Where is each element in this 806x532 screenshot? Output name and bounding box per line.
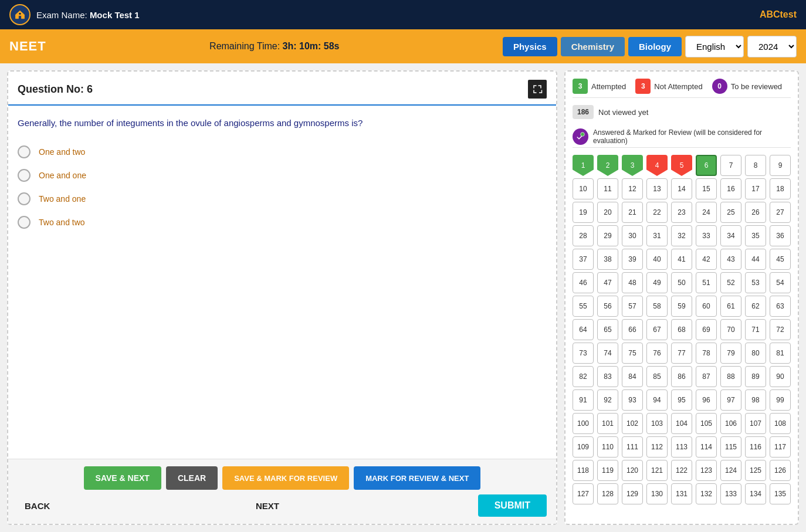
mark-next-button[interactable]: MARK FOR REVIEW & NEXT <box>354 466 480 490</box>
question-grid-btn-31[interactable]: 31 <box>646 225 668 246</box>
question-grid-btn-94[interactable]: 94 <box>646 389 668 411</box>
question-grid-btn-78[interactable]: 78 <box>696 343 717 364</box>
save-mark-button[interactable]: SAVE & MARK FOR REVIEW <box>222 466 349 490</box>
option-1[interactable]: One and two <box>18 145 547 158</box>
question-grid-btn-124[interactable]: 124 <box>720 460 741 481</box>
question-grid-btn-113[interactable]: 113 <box>671 436 692 458</box>
question-grid-btn-53[interactable]: 53 <box>745 272 766 293</box>
question-grid-btn-76[interactable]: 76 <box>646 343 668 364</box>
question-grid-btn-108[interactable]: 108 <box>770 413 791 434</box>
question-grid-btn-41[interactable]: 41 <box>671 249 692 270</box>
question-grid-btn-15[interactable]: 15 <box>696 178 717 199</box>
question-grid-btn-119[interactable]: 119 <box>597 460 618 481</box>
question-grid-btn-73[interactable]: 73 <box>573 343 594 364</box>
question-grid-btn-115[interactable]: 115 <box>720 436 741 458</box>
question-grid-btn-84[interactable]: 84 <box>622 366 643 387</box>
question-grid-btn-44[interactable]: 44 <box>745 249 766 270</box>
question-grid-btn-79[interactable]: 79 <box>720 343 741 364</box>
radio-option-4[interactable] <box>18 216 31 229</box>
language-select[interactable]: English <box>685 36 744 57</box>
question-grid-btn-102[interactable]: 102 <box>622 413 643 434</box>
question-grid-btn-17[interactable]: 17 <box>745 178 766 199</box>
question-grid-btn-110[interactable]: 110 <box>597 436 618 458</box>
option-2[interactable]: One and one <box>18 169 547 182</box>
question-grid-btn-106[interactable]: 106 <box>720 413 741 434</box>
question-grid-btn-91[interactable]: 91 <box>573 389 594 411</box>
question-grid-btn-69[interactable]: 69 <box>696 319 717 340</box>
question-grid-btn-120[interactable]: 120 <box>622 460 643 481</box>
question-grid-btn-111[interactable]: 111 <box>622 436 643 458</box>
question-grid-btn-132[interactable]: 132 <box>696 483 717 504</box>
question-grid-btn-1[interactable]: 1 <box>573 155 594 176</box>
question-grid-btn-109[interactable]: 109 <box>573 436 594 458</box>
question-grid-btn-81[interactable]: 81 <box>770 343 791 364</box>
question-grid-btn-128[interactable]: 128 <box>597 483 618 504</box>
question-grid-btn-92[interactable]: 92 <box>597 389 618 411</box>
question-grid-btn-74[interactable]: 74 <box>597 343 618 364</box>
subject-physics-button[interactable]: Physics <box>503 37 557 56</box>
question-grid-btn-62[interactable]: 62 <box>745 296 766 317</box>
question-grid-btn-5[interactable]: 5 <box>671 155 692 176</box>
question-grid-btn-45[interactable]: 45 <box>770 249 791 270</box>
question-grid-btn-104[interactable]: 104 <box>671 413 692 434</box>
question-grid-btn-117[interactable]: 117 <box>770 436 791 458</box>
question-grid-btn-52[interactable]: 52 <box>720 272 741 293</box>
question-grid-btn-7[interactable]: 7 <box>720 155 741 176</box>
question-grid-btn-3[interactable]: 3 <box>622 155 643 176</box>
question-grid-btn-100[interactable]: 100 <box>573 413 594 434</box>
question-grid-btn-129[interactable]: 129 <box>622 483 643 504</box>
question-grid-btn-90[interactable]: 90 <box>770 366 791 387</box>
question-grid-btn-34[interactable]: 34 <box>720 225 741 246</box>
question-grid-btn-107[interactable]: 107 <box>745 413 766 434</box>
question-grid-btn-57[interactable]: 57 <box>622 296 643 317</box>
question-grid-btn-26[interactable]: 26 <box>745 202 766 223</box>
question-grid-btn-36[interactable]: 36 <box>770 225 791 246</box>
question-grid-btn-30[interactable]: 30 <box>622 225 643 246</box>
subject-biology-button[interactable]: Biology <box>628 37 682 56</box>
question-grid-btn-95[interactable]: 95 <box>671 389 692 411</box>
question-grid-btn-38[interactable]: 38 <box>597 249 618 270</box>
question-grid-btn-18[interactable]: 18 <box>770 178 791 199</box>
question-grid-btn-80[interactable]: 80 <box>745 343 766 364</box>
question-grid-btn-54[interactable]: 54 <box>770 272 791 293</box>
question-grid-btn-88[interactable]: 88 <box>720 366 741 387</box>
question-grid-btn-46[interactable]: 46 <box>573 272 594 293</box>
question-grid-btn-105[interactable]: 105 <box>696 413 717 434</box>
question-grid-btn-12[interactable]: 12 <box>622 178 643 199</box>
question-grid-btn-72[interactable]: 72 <box>770 319 791 340</box>
subject-chemistry-button[interactable]: Chemistry <box>561 37 625 56</box>
question-grid-btn-66[interactable]: 66 <box>622 319 643 340</box>
question-grid-btn-97[interactable]: 97 <box>720 389 741 411</box>
question-grid-btn-33[interactable]: 33 <box>696 225 717 246</box>
question-grid-btn-39[interactable]: 39 <box>622 249 643 270</box>
option-3[interactable]: Two and one <box>18 192 547 205</box>
question-grid-btn-125[interactable]: 125 <box>745 460 766 481</box>
question-grid-btn-75[interactable]: 75 <box>622 343 643 364</box>
question-grid-btn-37[interactable]: 37 <box>573 249 594 270</box>
question-grid-btn-103[interactable]: 103 <box>646 413 668 434</box>
question-grid-btn-121[interactable]: 121 <box>646 460 668 481</box>
question-grid-btn-122[interactable]: 122 <box>671 460 692 481</box>
question-grid-btn-70[interactable]: 70 <box>720 319 741 340</box>
clear-button[interactable]: CLEAR <box>166 466 218 490</box>
question-grid-btn-55[interactable]: 55 <box>573 296 594 317</box>
question-grid-btn-47[interactable]: 47 <box>597 272 618 293</box>
question-grid-btn-22[interactable]: 22 <box>646 202 668 223</box>
question-grid-btn-9[interactable]: 9 <box>770 155 791 176</box>
question-grid-btn-67[interactable]: 67 <box>646 319 668 340</box>
question-grid-btn-130[interactable]: 130 <box>646 483 668 504</box>
next-button[interactable]: NEXT <box>249 497 286 514</box>
question-grid-btn-134[interactable]: 134 <box>745 483 766 504</box>
question-grid-btn-89[interactable]: 89 <box>745 366 766 387</box>
question-grid-btn-40[interactable]: 40 <box>646 249 668 270</box>
question-grid-btn-8[interactable]: 8 <box>745 155 766 176</box>
question-grid-btn-61[interactable]: 61 <box>720 296 741 317</box>
question-grid-btn-56[interactable]: 56 <box>597 296 618 317</box>
question-grid-btn-21[interactable]: 21 <box>622 202 643 223</box>
option-4[interactable]: Two and two <box>18 216 547 229</box>
question-grid-btn-32[interactable]: 32 <box>671 225 692 246</box>
question-grid-btn-50[interactable]: 50 <box>671 272 692 293</box>
question-grid-btn-83[interactable]: 83 <box>597 366 618 387</box>
question-grid-btn-135[interactable]: 135 <box>770 483 791 504</box>
question-grid-btn-24[interactable]: 24 <box>696 202 717 223</box>
